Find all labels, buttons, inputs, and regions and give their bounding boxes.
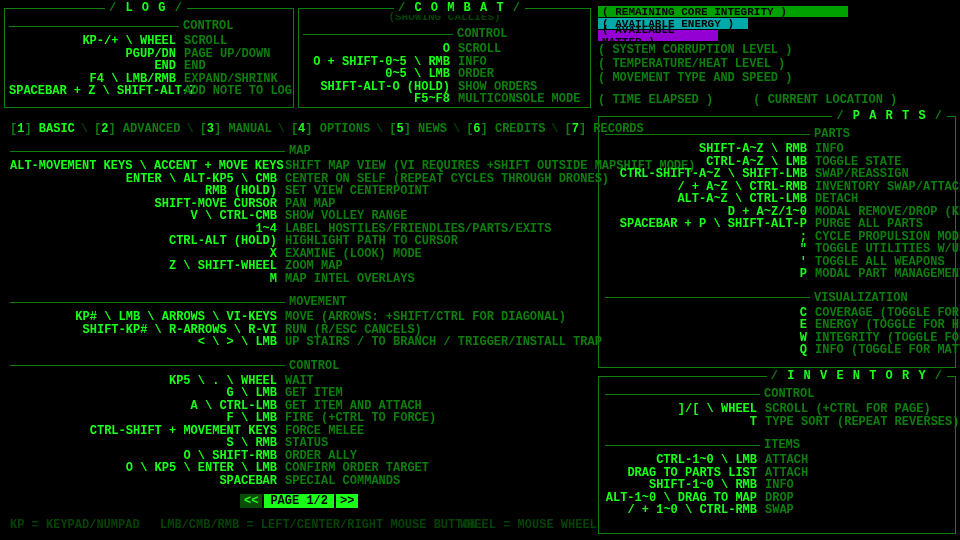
keybind-row: o + Shift-0~5 \ RMBInfo	[303, 56, 586, 68]
current-location: ( Current Location )	[753, 93, 897, 107]
keybind-row: SpacebarSpecial Commands	[10, 475, 590, 487]
keybind-row: oScroll	[303, 43, 586, 55]
keybind-row: Shift-Alt-o (Hold)Show Orders	[303, 81, 586, 93]
keybind-row: "Toggle Utilities w/Upkeep	[605, 243, 949, 255]
keybind-row: Ctrl-Shift + Movement KeysForce Melee	[10, 425, 590, 437]
section-header: Visualization	[605, 291, 949, 305]
keybind-row: PgUp/DnPage Up/Down	[9, 48, 289, 60]
section-header: Items	[605, 438, 949, 452]
keybind-row: Drag to Parts ListAttach	[605, 467, 949, 479]
section-header: Control	[10, 359, 590, 373]
tab-news[interactable]: [5] News	[389, 122, 447, 136]
keybind-row: Alt-a~z \ Ctrl-LMBDetach	[605, 193, 949, 205]
keybind-row: ]/[ \ WheelScroll (+Ctrl for Page)	[605, 403, 949, 415]
parts-panel: / P A R T S / PartsShift-a~z \ RMBInfoCt…	[598, 116, 956, 368]
keybind-row: f \ LMBFire (+Ctrl to Force)	[10, 412, 590, 424]
keybind-row: s \ RMBStatus	[10, 437, 590, 449]
keybind-row: ;Cycle Propulsion Mode	[605, 231, 949, 243]
keybind-row: Shift-KP# \ r-Arrows \ r-viRun (r/Esc Ca…	[10, 324, 590, 336]
tab-manual[interactable]: [3] Manual	[200, 122, 272, 136]
time-elapsed: ( Time Elapsed )	[598, 93, 713, 107]
status-bar: ( Available Matter )	[598, 30, 718, 41]
tab-advanced[interactable]: [2] Advanced	[94, 122, 180, 136]
keybind-row: Ctrl-1~0 \ LMBAttach	[605, 454, 949, 466]
tab-options[interactable]: [4] Options	[291, 122, 370, 136]
combat-panel: / C O M B A T / (showing CAllies) Contro…	[298, 8, 591, 108]
keybind-row: Shift-a~z \ RMBInfo	[605, 143, 949, 155]
pager-prev[interactable]: <<	[240, 494, 262, 508]
parts-title: / P A R T S /	[832, 109, 947, 123]
keybind-row: Shift-Move CursorPan Map	[10, 198, 590, 210]
keybind-row: F5~F8Multiconsole Mode	[303, 93, 586, 105]
keybind-row: g \ LMBGet Item	[10, 387, 590, 399]
keybind-row: o \ Shift-RMBOrder Ally	[10, 450, 590, 462]
keybind-row: eEnergy (Toggle for Heat)	[605, 319, 949, 331]
keybind-row: Shift-1~0 \ RMBInfo	[605, 479, 949, 491]
pager-next[interactable]: >>	[336, 494, 358, 508]
status-line: ( Temperature/Heat Level )	[598, 57, 956, 71]
tab-basic[interactable]: [1] Basic	[10, 122, 75, 136]
keybind-row: mMap Intel Overlays	[10, 273, 590, 285]
keybind-row: F4 \ LMB/RMBExpand/Shrink	[9, 73, 289, 85]
status-bars: ( Remaining Core Integrity )( Available …	[598, 6, 956, 107]
keybind-row: v \ Ctrl-CMBShow Volley Range	[10, 210, 590, 222]
keybind-row: pModal Part Management	[605, 268, 949, 280]
legend-kp: KP = Keypad/Numpad	[10, 518, 140, 532]
keybind-row: / + 1~0 \ ctrl-RMBSwap	[605, 504, 949, 516]
section-header: Control	[303, 27, 586, 41]
keybind-row: < \ > \ LMBUp Stairs / To Branch / Trigg…	[10, 336, 590, 348]
keybind-row: qInfo (Toggle for Matter)	[605, 344, 949, 356]
keybind-row: Spacebar + z \ Shift-Alt-zAdd Note to Lo…	[9, 85, 289, 97]
keybind-row: Enter \ Alt-KP5 \ CMBCenter on Self (Rep…	[10, 173, 590, 185]
keybind-row: / + A~Z \ Ctrl-RMBInventory Swap/Attach	[605, 181, 949, 193]
keybind-row: d + A~Z/1~0Modal Remove/Drop (KB Mode)	[605, 206, 949, 218]
keybind-row: Alt-Movement Keys \ Accent + Move KeysSh…	[10, 160, 590, 172]
keybind-row: KP-/+ \ WheelScroll	[9, 35, 289, 47]
tab-bar: [1] Basic \[2] Advanced \[3] Manual \[4]…	[10, 122, 644, 136]
keybind-row: KP# \ LMB \ Arrows \ vi-keysMove (Arrows…	[10, 311, 590, 323]
keybind-row: EndEnd	[9, 60, 289, 72]
pager: << Page 1/2 >>	[240, 494, 358, 508]
keybind-row: KP5 \ . \ WheelWait	[10, 375, 590, 387]
keybind-row: wIntegrity (Toggle for Mass)	[605, 332, 949, 344]
keybind-row: 0~5 \ LMBOrder	[303, 68, 586, 80]
keybind-row: a \ Ctrl-LMBGet Item and Attach	[10, 400, 590, 412]
section-header: Parts	[605, 127, 949, 141]
inventory-title: / I N V E N T O R Y /	[767, 369, 947, 383]
status-bar: ( Remaining Core Integrity )	[598, 6, 848, 17]
keybind-row: Spacebar + p \ Shift-Alt-pPurge All Part…	[605, 218, 949, 230]
status-line: ( Movement Type and Speed )	[598, 71, 956, 85]
keybind-row: Ctrl-a~z \ LMBToggle State	[605, 156, 949, 168]
log-title: / L O G /	[105, 1, 187, 15]
keybind-row: xExamine (Look) Mode	[10, 248, 590, 260]
keybind-row: tType Sort (Repeat Reverses)	[605, 416, 949, 428]
section-header: Movement	[10, 295, 590, 309]
legend-wh: Wheel = Mouse Wheel	[460, 518, 597, 532]
log-panel: / L O G / ControlKP-/+ \ WheelScrollPgUp…	[4, 8, 294, 108]
status-line: ( System Corruption Level )	[598, 43, 956, 57]
section-header: Map	[10, 144, 590, 158]
pager-text: Page 1/2	[264, 494, 334, 508]
keybind-row: 1~4Label Hostiles/Friendlies/Parts/Exits	[10, 223, 590, 235]
combat-title: / C O M B A T /	[394, 1, 525, 15]
section-header: Control	[605, 387, 949, 401]
inventory-panel: / I N V E N T O R Y / Control]/[ \ Wheel…	[598, 376, 956, 534]
keybind-row: Ctrl-Shift-a~z \ Shift-LMBSwap/Reassign	[605, 168, 949, 180]
keybind-row: 'Toggle All Weapons	[605, 256, 949, 268]
tab-credits[interactable]: [6] Credits	[466, 122, 545, 136]
keybind-row: RMB (Hold)Set View Centerpoint	[10, 185, 590, 197]
keybind-row: Ctrl-Alt (Hold)Highlight Path to Cursor	[10, 235, 590, 247]
keybind-row: Alt-1~0 \ Drag to MapDrop	[605, 492, 949, 504]
keybind-row: z \ Shift-WheelZoom Map	[10, 260, 590, 272]
keybind-row: o \ KP5 \ Enter \ LMBConfirm Order Targe…	[10, 462, 590, 474]
legend-mb: LMB/CMB/RMB = Left/Center/Right Mouse Bu…	[160, 518, 477, 532]
keybind-row: cCoverage (Toggle for Vuln.)	[605, 307, 949, 319]
section-header: Control	[9, 19, 289, 33]
main-help: MapAlt-Movement Keys \ Accent + Move Key…	[10, 140, 590, 487]
